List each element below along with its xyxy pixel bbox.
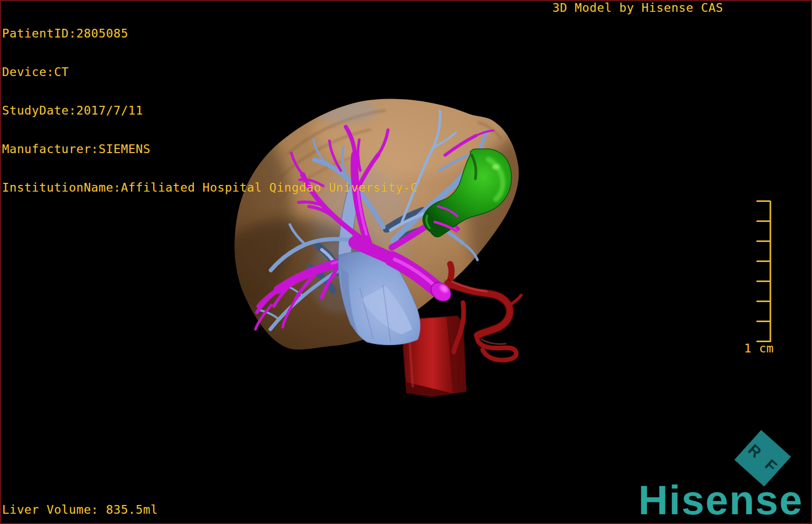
scale-bar: [735, 195, 781, 349]
patient-id-text: PatientID:2805085: [2, 27, 418, 40]
study-date-text: StudyDate:2017/7/11: [2, 104, 418, 117]
institution-text: InstitutionName:Affiliated Hospital Qing…: [2, 181, 418, 194]
scale-bar-ruler: [756, 201, 770, 342]
patient-info-block: PatientID:2805085 Device:CT StudyDate:20…: [2, 2, 418, 220]
viewer-title: 3D Model by Hisense CAS: [552, 2, 723, 14]
cas-3d-viewer-window: PatientID:2805085 Device:CT StudyDate:20…: [0, 0, 812, 524]
device-text: Device:CT: [2, 66, 418, 79]
manufacturer-text: Manufacturer:SIEMENS: [2, 143, 418, 156]
liver-volume-text: Liver Volume: 835.5ml: [2, 503, 158, 516]
hisense-wordmark-logo: Hisense: [638, 480, 803, 521]
scale-bar-label: 1 cm: [744, 342, 774, 355]
